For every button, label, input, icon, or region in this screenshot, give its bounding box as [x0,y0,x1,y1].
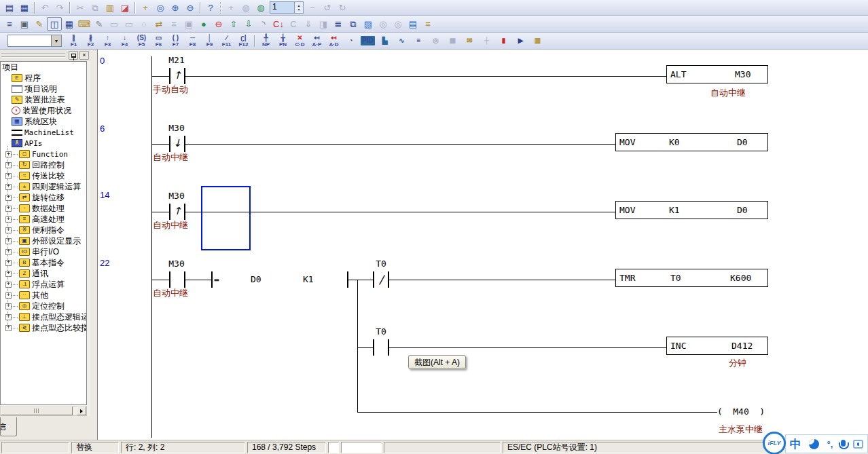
tree-child-item[interactable]: .1浮点运算 [1,279,86,290]
sfc-view-button[interactable]: ◫ [47,17,62,31]
pid-button[interactable]: PID [359,33,376,49]
tree-child-item[interactable]: □Function [1,149,86,159]
f11-slash-button[interactable]: ∕F11 [218,33,235,49]
ladder-to-code-button[interactable]: ⇄ [151,17,166,31]
image-button[interactable]: ▨ [361,17,376,31]
instruction-table-button[interactable]: ▦ [62,17,77,31]
ladder-symbol-combo[interactable]: ▼ [7,35,62,47]
expand-plus-icon[interactable] [5,249,12,255]
f9-vline-button[interactable]: │F9 [201,33,218,49]
tree-child-item[interactable]: ↻回路控制 [1,159,86,170]
pin-button[interactable] [69,51,78,60]
ladder-editor[interactable]: 0 6 14 22 M21 手动自动 ALT M30 自动中继 M30 自动中继… [97,50,868,440]
f4-falling-edge-button[interactable]: ↓F4 [116,33,133,49]
tree-item[interactable]: ◑装置使用状况 [1,105,86,116]
expand-plus-icon[interactable] [5,260,12,266]
edit-mode-button[interactable]: ✎ [32,17,47,31]
expand-plus-icon[interactable] [5,303,12,309]
tree-item[interactable]: E程序 [1,73,86,83]
np-pulse-button[interactable]: ╀NP [257,33,274,49]
tree-child-item[interactable]: ◦数据处理 [1,203,86,214]
pn-pulse-button[interactable]: ╁PN [274,33,291,49]
trace-wave-button[interactable]: ∿ [393,33,410,49]
satellite-button[interactable]: ◝ [256,17,271,31]
save-button[interactable]: ▤ [2,1,17,14]
contact-closed-t0[interactable] [373,271,389,288]
c-d-button[interactable]: ✕C·D [291,33,308,49]
sidebar-hscrollbar[interactable] [0,406,87,416]
help-button[interactable]: ? [203,1,218,14]
close-sidebar-button[interactable]: × [79,51,89,60]
upload-plc-button[interactable]: ⇧ [226,17,241,31]
instruction-box-inc[interactable]: INC D412 [666,337,768,355]
expand-plus-icon[interactable] [5,282,12,288]
paste-button[interactable]: ▥ [103,1,117,14]
expand-plus-icon[interactable] [5,216,12,223]
tree-item[interactable]: ✎装置批注表 [1,94,86,105]
punctuation-toggle[interactable]: °, [827,439,833,449]
globe-button[interactable]: ◍ [253,1,268,14]
spinner-arrows[interactable]: ▴▾ [294,2,303,13]
tree-child-item[interactable]: ··其他 [1,290,86,301]
tree-child-item[interactable]: ◎定位控制 [1,301,86,311]
tree-child-item[interactable]: ≷接点型态比较指令 [1,322,86,333]
tree-child-item[interactable]: ※便利指令 [1,225,86,235]
f8-hline-button[interactable]: ─F8 [184,33,201,49]
page-spinner[interactable]: 1▴▾ [270,1,304,14]
tree-item[interactable]: 项目说明 [1,83,86,94]
tree-child-item[interactable]: ⊥接点型态逻辑运算 [1,311,86,322]
tree-child-item[interactable]: ≡高速处理 [1,214,86,225]
contact-rising-m30[interactable] [169,204,185,220]
print-button[interactable]: ▦ [17,1,32,14]
code-download-button[interactable]: C↓ [271,17,286,31]
expand-plus-icon[interactable] [5,173,12,179]
ifly-logo[interactable]: iFLY [763,432,786,454]
tree-child-item[interactable]: ≈传送比较 [1,170,86,181]
zoom-in-button[interactable]: ⊕ [168,1,183,14]
insert-button[interactable]: + [138,1,153,14]
ime-language-toggle[interactable]: 中 [790,436,801,452]
a-d-button[interactable]: ↤A·D [325,33,342,49]
expand-plus-icon[interactable] [5,292,12,299]
net-monitor-button[interactable]: ▤ [405,17,420,31]
tree-child-item[interactable]: IO串行I/O [1,246,86,257]
tree-item[interactable]: AAPIs [1,138,86,149]
tree-child-item[interactable]: ▣外部设定显示 [1,235,86,246]
run-button[interactable]: ● [196,17,211,31]
expand-plus-icon[interactable] [5,151,12,157]
expand-plus-icon[interactable] [5,162,12,168]
f12-invert-button[interactable]: ʗ|F12 [235,33,252,49]
f2-contact-closed-button[interactable]: ∦F2 [82,33,99,49]
expand-plus-icon[interactable] [5,206,12,212]
f3-rising-edge-button[interactable]: ↑F3 [99,33,116,49]
hscroll-thumb[interactable] [1,406,73,415]
zoom-out-button[interactable]: ⊖ [183,1,198,14]
expand-plus-icon[interactable] [5,314,12,320]
stack-button[interactable]: ≡ [420,17,435,31]
ladder-view-button[interactable]: ≡ [2,17,17,31]
mail-button[interactable]: ✉ [461,33,478,49]
contact-open-t0[interactable] [373,339,389,356]
f1-contact-open-button[interactable]: ∥F1 [65,33,82,49]
instruction-box-mov[interactable]: MOV K1 D0 [615,201,768,219]
stop-button[interactable]: ⊖ [211,17,226,31]
step-edit-button[interactable]: ≡ [410,33,427,49]
expand-plus-icon[interactable] [5,184,12,190]
compare-contact[interactable]: = D0 K1 [211,271,348,288]
f7-output-button[interactable]: ( )F7 [167,33,184,49]
tree-root-item[interactable]: 项目 [1,62,86,73]
timer-button[interactable]: ◔ [342,33,359,49]
expand-plus-icon[interactable] [5,271,12,277]
expand-plus-icon[interactable] [5,227,12,233]
output-coil-m40[interactable]: M40 [717,406,765,419]
download-plc-button[interactable]: ⇩ [241,17,256,31]
zoom-button[interactable]: ◎ [153,1,168,14]
f6-coil-button[interactable]: ▭F6 [150,33,167,49]
docked-panel-tab[interactable]: 信 [0,417,17,436]
tree-child-item[interactable]: ±四则逻辑运算 [1,181,86,192]
expand-plus-icon[interactable] [5,238,12,244]
hscroll-right-arrow[interactable] [77,406,86,415]
comment-table-button[interactable]: ⌨ [77,17,92,31]
instruction-box-alt[interactable]: ALT M30 [666,65,768,83]
microphone-icon[interactable] [841,440,846,447]
